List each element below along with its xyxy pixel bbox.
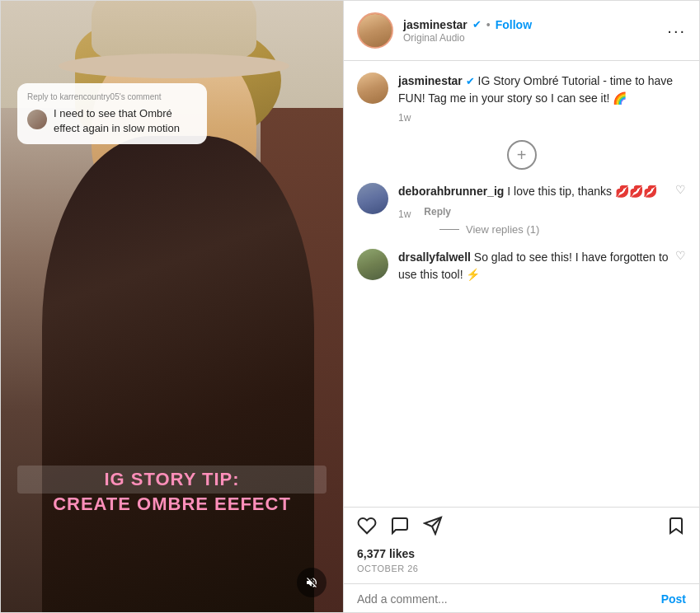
sally-avatar: [357, 249, 388, 280]
add-comment-row: Post: [344, 583, 699, 613]
sally-content: drsallyfalwell So glad to see this! I ha…: [398, 249, 686, 283]
deborah-time: 1w: [398, 208, 411, 220]
view-replies-line: [439, 229, 459, 230]
share-icon[interactable]: [423, 516, 443, 540]
post-date: OCTOBER 26: [357, 564, 686, 573]
action-icons-row: [357, 516, 686, 540]
deborah-heart-icon[interactable]: ♡: [675, 183, 686, 196]
header-subtitle: Original Audio: [403, 32, 657, 44]
comment-deborah: deborahbrunner_ig I love this tip, thank…: [357, 183, 686, 236]
header-avatar-img: [359, 14, 392, 47]
likes-count: 6,377 likes: [357, 547, 686, 560]
deborah-content: deborahbrunner_ig I love this tip, thank…: [398, 183, 686, 236]
mute-icon[interactable]: [297, 568, 327, 597]
header-username: jasminestar: [403, 18, 467, 31]
sally-username: drsallyfalwell: [398, 250, 471, 264]
deborah-body: I love this tip, thanks 💋💋💋: [507, 185, 657, 198]
post-actions: 6,377 likes OCTOBER 26: [344, 507, 699, 583]
sally-avatar-img: [357, 249, 388, 280]
bubble-text: I need to see that Ombré effect again in…: [54, 106, 197, 136]
view-replies-label: View replies (1): [466, 223, 539, 236]
add-expand-button[interactable]: +: [507, 140, 537, 170]
caption-avatar-img: [357, 73, 388, 104]
overlay-line1: IG STORY TIP:: [17, 466, 327, 494]
post-header: jasminestar ✔ • Follow Original Audio ··…: [344, 1, 699, 61]
comment-icon[interactable]: [390, 516, 410, 540]
reply-header: Reply to karrencountry05's comment: [27, 91, 197, 103]
post-panel: jasminestar ✔ • Follow Original Audio ··…: [343, 1, 699, 613]
sally-text: drsallyfalwell So glad to see this! I ha…: [398, 249, 675, 283]
caption-content: jasminestar ✔ IG Story Ombré Tutorial - …: [398, 73, 686, 124]
reply-comment-bubble: Reply to karrencountry05's comment I nee…: [17, 83, 207, 144]
deborah-avatar-img: [357, 183, 388, 214]
main-caption-block: jasminestar ✔ IG Story Ombré Tutorial - …: [357, 73, 686, 124]
bubble-avatar: [27, 110, 47, 129]
header-info: jasminestar ✔ • Follow Original Audio: [403, 18, 657, 44]
overlay-line2: CREATE OMBRE EEFECT: [17, 494, 327, 515]
post-body: jasminestar ✔ IG Story Ombré Tutorial - …: [344, 61, 699, 507]
header-avatar: [357, 12, 393, 49]
caption-text: jasminestar ✔ IG Story Ombré Tutorial - …: [398, 73, 686, 107]
deborah-text: deborahbrunner_ig I love this tip, thank…: [398, 183, 657, 200]
post-comment-button[interactable]: Post: [661, 592, 686, 606]
view-replies-button[interactable]: View replies (1): [439, 223, 686, 236]
caption-verified-icon: ✔: [466, 75, 475, 87]
save-icon[interactable]: [666, 516, 686, 540]
deborah-username: deborahbrunner_ig: [398, 185, 504, 198]
sally-heart-icon[interactable]: ♡: [675, 249, 686, 262]
header-separator: •: [486, 18, 491, 31]
add-button-container: +: [357, 133, 686, 183]
deborah-reply-button[interactable]: Reply: [424, 206, 451, 218]
comment-sally: drsallyfalwell So glad to see this! I ha…: [357, 249, 686, 283]
video-panel: Reply to karrencountry05's comment I nee…: [1, 1, 343, 613]
deborah-avatar: [357, 183, 388, 214]
caption-username: jasminestar: [398, 74, 463, 87]
like-icon[interactable]: [357, 516, 377, 540]
caption-avatar: [357, 73, 388, 104]
caption-time: 1w: [398, 112, 686, 124]
deborah-meta: 1w Reply: [398, 204, 686, 220]
video-overlay: IG STORY TIP: CREATE OMBRE EEFECT: [1, 466, 343, 515]
more-options-button[interactable]: ···: [667, 22, 686, 39]
add-comment-input[interactable]: [357, 592, 655, 606]
header-verified-icon: ✔: [472, 18, 482, 30]
follow-button[interactable]: Follow: [496, 18, 532, 31]
